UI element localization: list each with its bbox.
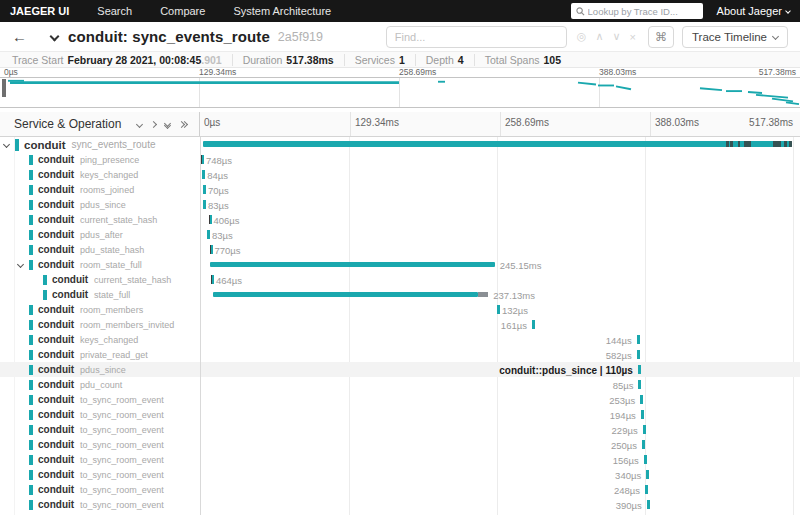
span-name-cell[interactable]: conduitpdus_since	[0, 362, 200, 377]
span-name-cell[interactable]: conduitprivate_read_get	[0, 347, 200, 362]
span-tick[interactable]	[207, 230, 210, 239]
jaeger-logo[interactable]: JAEGER UI	[10, 5, 69, 17]
span-tick[interactable]	[637, 350, 640, 359]
collapse-trace-chevron-icon[interactable]	[50, 32, 60, 42]
span-name-cell[interactable]: conduitsync_events_route	[0, 137, 200, 152]
service-color-accent	[29, 350, 33, 360]
service-name: conduit	[38, 214, 74, 225]
span-duration-label: 156µs	[613, 454, 639, 465]
trace-id-lookup[interactable]	[571, 3, 703, 19]
span-bar[interactable]	[203, 141, 792, 147]
span-name-cell[interactable]: conduitcurrent_state_hash	[0, 212, 200, 227]
match-icon[interactable]: ◎	[577, 30, 587, 43]
span-tick[interactable]	[637, 335, 640, 344]
collapse-one-icon[interactable]	[137, 122, 142, 127]
trace-view-select[interactable]: Trace Timeline	[682, 26, 788, 48]
operation-name: current_state_hash	[80, 215, 157, 225]
span-name-cell[interactable]: conduitroom_state_full	[0, 257, 200, 272]
span-name-cell[interactable]: conduitpdus_after	[0, 227, 200, 242]
service-color-accent	[29, 485, 33, 495]
span-tick[interactable]	[209, 215, 212, 224]
span-name-cell[interactable]: conduitto_sync_room_event	[0, 497, 200, 512]
span-tick[interactable]	[640, 395, 643, 404]
span-duration-label: 248µs	[614, 484, 640, 495]
span-tick[interactable]	[645, 485, 648, 494]
operation-name: to_sync_room_event	[80, 395, 164, 405]
span-row: conduitpdu_state_hash770µs	[0, 242, 800, 257]
span-row: conduitto_sync_room_event156µs	[0, 452, 800, 467]
span-name-cell[interactable]: conduitpdu_state_hash	[0, 242, 200, 257]
span-name-cell[interactable]: conduitrooms_joined	[0, 182, 200, 197]
span-name-cell[interactable]: conduitroom_members_invited	[0, 317, 200, 332]
collapse-all-icon[interactable]	[165, 121, 170, 128]
trace-start-value: February 28 2021, 00:08:45	[68, 54, 202, 66]
span-name-cell[interactable]: conduitkeys_changed	[0, 332, 200, 347]
expand-all-icon[interactable]	[179, 122, 187, 127]
span-name-cell[interactable]: conduitto_sync_room_event	[0, 467, 200, 482]
minimap-canvas[interactable]	[0, 77, 800, 108]
span-tick[interactable]	[638, 365, 641, 374]
span-tick[interactable]	[203, 200, 206, 209]
span-name-cell[interactable]: conduitto_sync_room_event	[0, 392, 200, 407]
about-jaeger-menu[interactable]: About Jaeger	[717, 5, 790, 17]
span-name-cell[interactable]: conduitto_sync_room_event	[0, 452, 200, 467]
span-duration-label: 83µs	[208, 199, 229, 210]
span-row: conduitpdu_count85µs	[0, 377, 800, 392]
span-tick[interactable]	[643, 425, 646, 434]
span-row: conduitcurrent_state_hash464µs	[0, 272, 800, 287]
span-tick[interactable]	[497, 305, 500, 314]
span-bar[interactable]	[213, 292, 478, 297]
span-row: conduitto_sync_room_event340µs	[0, 467, 800, 482]
service-name: conduit	[38, 244, 74, 255]
span-row: conduitto_sync_room_event250µs	[0, 437, 800, 452]
span-tick[interactable]	[203, 185, 206, 194]
span-name-cell[interactable]: conduitkeys_changed	[0, 167, 200, 182]
span-timeline-cell: 248µs	[201, 482, 793, 497]
jaeger-trace-page: JAEGER UI Search Compare System Architec…	[0, 0, 800, 515]
span-name-cell[interactable]: conduitcurrent_state_hash	[0, 272, 200, 287]
nav-link-search[interactable]: Search	[97, 5, 132, 17]
prev-result-icon[interactable]: ∧	[595, 30, 603, 43]
span-tick[interactable]	[646, 470, 649, 479]
nav-link-compare[interactable]: Compare	[160, 5, 205, 17]
span-tick[interactable]	[202, 170, 205, 179]
back-arrow-button[interactable]: ←	[12, 28, 27, 45]
span-name-cell[interactable]: conduitroom_members	[0, 302, 200, 317]
minimap-drag-handle[interactable]	[2, 79, 6, 97]
trace-minimap[interactable]: 0µs 129.34ms 258.69ms 388.03ms 517.38ms	[0, 68, 800, 112]
span-tick[interactable]	[644, 455, 647, 464]
span-tick[interactable]	[201, 155, 204, 164]
span-tick[interactable]	[647, 500, 650, 509]
span-name-cell[interactable]: conduitpdus_since	[0, 197, 200, 212]
span-name-cell[interactable]: conduitping_presence	[0, 152, 200, 167]
span-tick[interactable]	[642, 440, 645, 449]
clear-find-icon[interactable]: ×	[630, 31, 636, 43]
timeline-grid-header: Service & Operation 0µs 129.34ms 258.69m…	[0, 112, 800, 137]
span-self-time-mark	[789, 141, 792, 147]
span-bar[interactable]	[210, 262, 495, 267]
span-name-cell[interactable]: conduitpdu_count	[0, 377, 200, 392]
span-tick[interactable]	[210, 245, 213, 254]
trace-id-lookup-input[interactable]	[588, 6, 698, 17]
keyboard-shortcuts-button[interactable]: ⌘	[648, 26, 674, 48]
span-tick[interactable]	[638, 380, 641, 389]
operation-name: ping_presence	[80, 155, 139, 165]
operation-name: keys_changed	[80, 170, 138, 180]
service-color-accent	[29, 230, 33, 240]
span-name-cell[interactable]: conduitto_sync_room_event	[0, 482, 200, 497]
nav-link-system-architecture[interactable]: System Architecture	[233, 5, 331, 17]
span-name-cell[interactable]: conduitstate_full	[0, 287, 200, 302]
expand-one-icon[interactable]	[151, 122, 156, 127]
span-name-cell[interactable]: conduitto_sync_room_event	[0, 407, 200, 422]
span-row: conduitping_presence748µs	[0, 152, 800, 167]
span-tick[interactable]	[211, 275, 214, 284]
find-input[interactable]	[386, 26, 567, 48]
trace-header: ← conduit: sync_events_route 2a5f919 ◎ ∧…	[0, 22, 800, 52]
span-tick[interactable]	[641, 410, 644, 419]
span-tick[interactable]	[532, 320, 535, 329]
timeline-tick-2: 258.69ms	[500, 112, 650, 136]
next-result-icon[interactable]: ∨	[613, 30, 621, 43]
span-name-cell[interactable]: conduitto_sync_room_event	[0, 437, 200, 452]
service-color-accent	[29, 215, 33, 225]
span-name-cell[interactable]: conduitto_sync_room_event	[0, 422, 200, 437]
